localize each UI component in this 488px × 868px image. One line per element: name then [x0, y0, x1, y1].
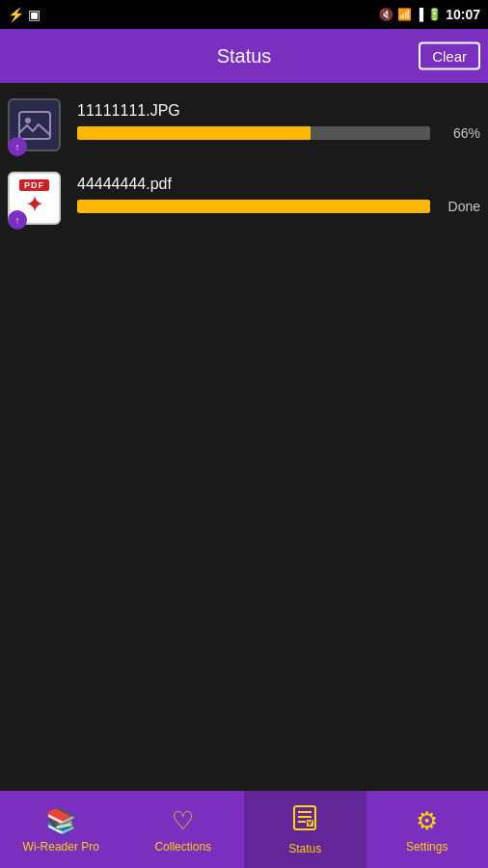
nav-item-collections[interactable]: ♡ Collections: [122, 791, 245, 868]
collections-icon: ♡: [172, 806, 194, 836]
svg-rect-0: [19, 112, 50, 139]
nav-item-status[interactable]: Status: [244, 791, 366, 868]
nav-label-wi-reader: Wi-Reader Pro: [23, 840, 99, 854]
header-title: Status: [217, 45, 272, 68]
wifi-icon: 📶: [397, 8, 412, 21]
app-icon: ▣: [28, 7, 41, 22]
upload-badge-1: ↑: [8, 137, 27, 156]
status-time: 10:07: [446, 7, 480, 22]
progress-bar-bg-2: [77, 200, 430, 213]
upload-item: ↑ 11111111.JPG 66%: [8, 91, 480, 164]
battery-icon: 🔋: [427, 8, 442, 21]
progress-label-1: 66%: [438, 125, 480, 141]
svg-point-1: [25, 118, 31, 123]
signal-icon: ▐: [416, 8, 424, 21]
nav-label-collections: Collections: [154, 840, 211, 854]
file-info-2: 44444444.pdf Done: [77, 172, 480, 214]
status-bar-right: 🔇 📶 ▐ 🔋 10:07: [379, 7, 480, 22]
file-icon-wrapper-2: PDF ✦ ↑: [8, 172, 66, 230]
nav-label-status: Status: [288, 842, 321, 855]
status-bar: ⚡ ▣ 🔇 📶 ▐ 🔋 10:07: [0, 0, 488, 29]
progress-row-2: Done: [77, 199, 480, 214]
progress-row-1: 66%: [77, 125, 480, 141]
progress-bar-bg-1: [77, 126, 430, 140]
nav-item-wi-reader[interactable]: 📚 Wi-Reader Pro: [0, 791, 122, 868]
bottom-nav: 📚 Wi-Reader Pro ♡ Collections Status ⚙ S…: [0, 791, 488, 868]
nav-label-settings: Settings: [406, 840, 447, 854]
wi-reader-icon: 📚: [45, 806, 76, 836]
clear-button[interactable]: Clear: [419, 42, 480, 70]
file-icon-wrapper-1: ↑: [8, 98, 66, 156]
pdf-label-text: PDF: [19, 179, 49, 191]
usb-icon: ⚡: [8, 7, 24, 22]
image-svg-icon: [17, 108, 52, 143]
upload-arrow-icon-1: ↑: [15, 142, 20, 152]
progress-bar-fill-1: [77, 126, 311, 140]
progress-bar-fill-2: [77, 200, 430, 213]
header: Status Clear: [0, 29, 488, 83]
settings-icon: ⚙: [416, 806, 438, 836]
status-icon: [291, 804, 318, 838]
main-content: ↑ 11111111.JPG 66% PDF ✦ ↑: [0, 83, 488, 791]
mute-icon: 🔇: [379, 8, 393, 21]
file-name-2: 44444444.pdf: [77, 176, 480, 193]
nav-item-settings[interactable]: ⚙ Settings: [366, 791, 489, 868]
file-info-1: 11111111.JPG 66%: [77, 98, 480, 141]
upload-badge-2: ↑: [8, 210, 27, 230]
status-bar-left: ⚡ ▣: [8, 7, 41, 22]
upload-item-2: PDF ✦ ↑ 44444444.pdf Done: [8, 164, 480, 237]
progress-label-2: Done: [438, 199, 480, 214]
pdf-acrobat-icon: ✦: [25, 191, 44, 218]
file-name-1: 11111111.JPG: [77, 102, 480, 120]
upload-arrow-icon-2: ↑: [15, 215, 20, 226]
